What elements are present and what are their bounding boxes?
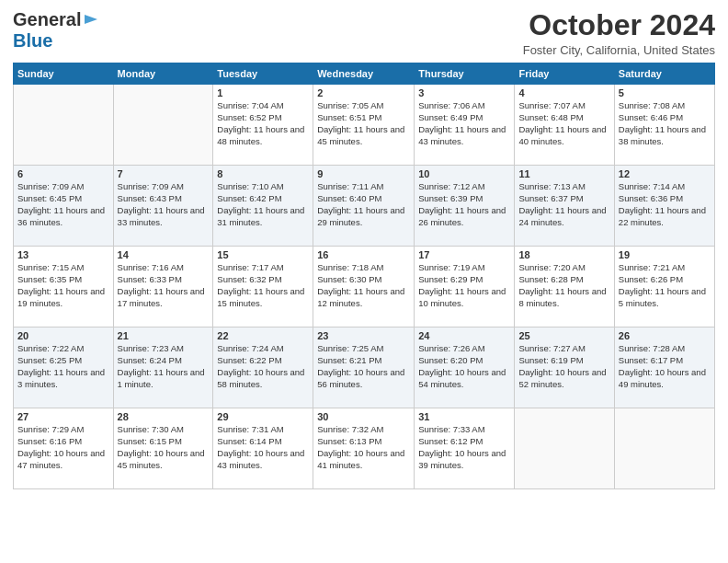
day-info: Sunrise: 7:25 AM Sunset: 6:21 PM Dayligh… (317, 343, 410, 390)
day-number: 17 (418, 249, 510, 260)
calendar-week-row: 13Sunrise: 7:15 AM Sunset: 6:35 PM Dayli… (14, 247, 715, 327)
day-number: 1 (217, 87, 309, 98)
day-info: Sunrise: 7:18 AM Sunset: 6:30 PM Dayligh… (317, 262, 410, 309)
table-row: 17Sunrise: 7:19 AM Sunset: 6:29 PM Dayli… (415, 247, 515, 327)
day-number: 4 (518, 87, 609, 98)
table-row: 14Sunrise: 7:16 AM Sunset: 6:33 PM Dayli… (113, 247, 213, 327)
day-number: 21 (118, 330, 210, 341)
table-row: 27Sunrise: 7:29 AM Sunset: 6:16 PM Dayli… (14, 408, 114, 489)
day-number: 24 (418, 330, 510, 341)
table-row: 20Sunrise: 7:22 AM Sunset: 6:25 PM Dayli… (14, 327, 114, 408)
day-number: 6 (17, 168, 109, 179)
table-row: 9Sunrise: 7:11 AM Sunset: 6:40 PM Daylig… (313, 166, 415, 247)
day-number: 12 (619, 168, 711, 179)
table-row: 16Sunrise: 7:18 AM Sunset: 6:30 PM Dayli… (313, 247, 415, 327)
day-number: 30 (317, 411, 410, 422)
table-row: 11Sunrise: 7:13 AM Sunset: 6:37 PM Dayli… (515, 166, 614, 247)
day-info: Sunrise: 7:11 AM Sunset: 6:40 PM Dayligh… (317, 181, 410, 228)
logo-blue: Blue (13, 30, 52, 51)
table-row: 1Sunrise: 7:04 AM Sunset: 6:52 PM Daylig… (213, 85, 313, 166)
table-row: 2Sunrise: 7:05 AM Sunset: 6:51 PM Daylig… (313, 85, 415, 166)
header: General Blue October 2024 Foster City, C… (13, 9, 715, 57)
day-info: Sunrise: 7:15 AM Sunset: 6:35 PM Dayligh… (17, 262, 109, 309)
day-info: Sunrise: 7:27 AM Sunset: 6:19 PM Dayligh… (518, 343, 609, 390)
col-header-wednesday: Wednesday (313, 63, 415, 85)
col-header-sunday: Sunday (14, 63, 114, 85)
day-number: 29 (217, 411, 309, 422)
day-info: Sunrise: 7:14 AM Sunset: 6:36 PM Dayligh… (619, 181, 711, 228)
table-row: 7Sunrise: 7:09 AM Sunset: 6:43 PM Daylig… (113, 166, 213, 247)
day-info: Sunrise: 7:08 AM Sunset: 6:46 PM Dayligh… (619, 100, 711, 147)
day-info: Sunrise: 7:06 AM Sunset: 6:49 PM Dayligh… (418, 100, 510, 147)
day-info: Sunrise: 7:31 AM Sunset: 6:14 PM Dayligh… (217, 424, 309, 471)
day-number: 16 (317, 249, 410, 260)
day-info: Sunrise: 7:10 AM Sunset: 6:42 PM Dayligh… (217, 181, 309, 228)
table-row: 23Sunrise: 7:25 AM Sunset: 6:21 PM Dayli… (313, 327, 415, 408)
day-number: 10 (418, 168, 510, 179)
day-info: Sunrise: 7:28 AM Sunset: 6:17 PM Dayligh… (619, 343, 711, 390)
day-info: Sunrise: 7:32 AM Sunset: 6:13 PM Dayligh… (317, 424, 410, 471)
day-info: Sunrise: 7:23 AM Sunset: 6:24 PM Dayligh… (118, 343, 210, 390)
day-info: Sunrise: 7:26 AM Sunset: 6:20 PM Dayligh… (418, 343, 510, 390)
logo-arrow-icon (83, 11, 99, 28)
table-row: 25Sunrise: 7:27 AM Sunset: 6:19 PM Dayli… (515, 327, 614, 408)
day-number: 13 (17, 249, 109, 260)
day-number: 2 (317, 87, 410, 98)
table-row: 3Sunrise: 7:06 AM Sunset: 6:49 PM Daylig… (415, 85, 515, 166)
day-info: Sunrise: 7:17 AM Sunset: 6:32 PM Dayligh… (217, 262, 309, 309)
table-row: 12Sunrise: 7:14 AM Sunset: 6:36 PM Dayli… (614, 166, 714, 247)
calendar-week-row: 27Sunrise: 7:29 AM Sunset: 6:16 PM Dayli… (14, 408, 715, 489)
page: General Blue October 2024 Foster City, C… (0, 0, 728, 563)
table-row (113, 85, 213, 166)
logo: General Blue (13, 9, 99, 52)
col-header-tuesday: Tuesday (213, 63, 313, 85)
location-title: Foster City, California, United States (523, 43, 715, 57)
day-number: 25 (518, 330, 609, 341)
table-row: 15Sunrise: 7:17 AM Sunset: 6:32 PM Dayli… (213, 247, 313, 327)
col-header-thursday: Thursday (415, 63, 515, 85)
table-row: 5Sunrise: 7:08 AM Sunset: 6:46 PM Daylig… (614, 85, 714, 166)
day-info: Sunrise: 7:05 AM Sunset: 6:51 PM Dayligh… (317, 100, 410, 147)
day-info: Sunrise: 7:33 AM Sunset: 6:12 PM Dayligh… (418, 424, 510, 471)
day-info: Sunrise: 7:24 AM Sunset: 6:22 PM Dayligh… (217, 343, 309, 390)
table-row: 24Sunrise: 7:26 AM Sunset: 6:20 PM Dayli… (415, 327, 515, 408)
day-number: 19 (619, 249, 711, 260)
day-number: 26 (619, 330, 711, 341)
day-number: 3 (418, 87, 510, 98)
day-number: 20 (17, 330, 109, 341)
table-row: 13Sunrise: 7:15 AM Sunset: 6:35 PM Dayli… (14, 247, 114, 327)
table-row: 29Sunrise: 7:31 AM Sunset: 6:14 PM Dayli… (213, 408, 313, 489)
day-number: 5 (619, 87, 711, 98)
day-info: Sunrise: 7:20 AM Sunset: 6:28 PM Dayligh… (518, 262, 609, 309)
svg-marker-0 (85, 15, 97, 24)
day-info: Sunrise: 7:19 AM Sunset: 6:29 PM Dayligh… (418, 262, 510, 309)
day-number: 18 (518, 249, 609, 260)
table-row: 19Sunrise: 7:21 AM Sunset: 6:26 PM Dayli… (614, 247, 714, 327)
day-number: 31 (418, 411, 510, 422)
col-header-monday: Monday (113, 63, 213, 85)
title-block: October 2024 Foster City, California, Un… (523, 9, 715, 57)
day-number: 11 (518, 168, 609, 179)
day-info: Sunrise: 7:30 AM Sunset: 6:15 PM Dayligh… (118, 424, 210, 471)
table-row (614, 408, 714, 489)
col-header-friday: Friday (515, 63, 614, 85)
table-row: 31Sunrise: 7:33 AM Sunset: 6:12 PM Dayli… (415, 408, 515, 489)
table-row: 22Sunrise: 7:24 AM Sunset: 6:22 PM Dayli… (213, 327, 313, 408)
month-title: October 2024 (523, 9, 715, 41)
col-header-saturday: Saturday (614, 63, 714, 85)
table-row: 6Sunrise: 7:09 AM Sunset: 6:45 PM Daylig… (14, 166, 114, 247)
day-info: Sunrise: 7:04 AM Sunset: 6:52 PM Dayligh… (217, 100, 309, 147)
day-number: 8 (217, 168, 309, 179)
calendar-table: Sunday Monday Tuesday Wednesday Thursday… (13, 63, 715, 489)
table-row: 21Sunrise: 7:23 AM Sunset: 6:24 PM Dayli… (113, 327, 213, 408)
day-number: 9 (317, 168, 410, 179)
calendar-header-row: Sunday Monday Tuesday Wednesday Thursday… (14, 63, 715, 85)
day-info: Sunrise: 7:07 AM Sunset: 6:48 PM Dayligh… (518, 100, 609, 147)
table-row: 26Sunrise: 7:28 AM Sunset: 6:17 PM Dayli… (614, 327, 714, 408)
day-number: 7 (118, 168, 210, 179)
day-number: 14 (118, 249, 210, 260)
table-row (14, 85, 114, 166)
table-row: 8Sunrise: 7:10 AM Sunset: 6:42 PM Daylig… (213, 166, 313, 247)
calendar-week-row: 1Sunrise: 7:04 AM Sunset: 6:52 PM Daylig… (14, 85, 715, 166)
day-number: 15 (217, 249, 309, 260)
